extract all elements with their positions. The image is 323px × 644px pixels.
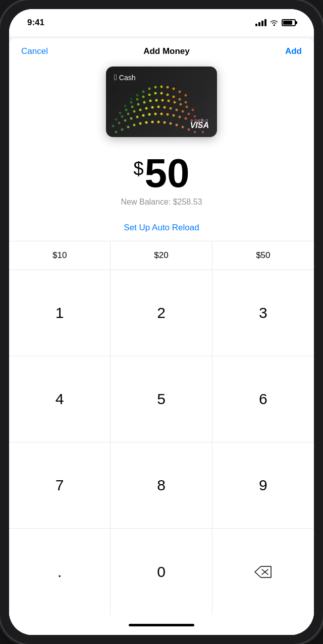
svg-point-68 <box>130 98 133 100</box>
apple-cash-card:  Cash DEBIT VISA <box>106 67 217 137</box>
svg-point-45 <box>125 109 128 111</box>
svg-point-25 <box>173 114 175 117</box>
key-2[interactable]: 2 <box>111 270 212 356</box>
svg-point-57 <box>124 105 127 107</box>
amount-display: $ 50 <box>21 153 302 194</box>
svg-point-67 <box>185 101 187 104</box>
auto-reload-section: Set Up Auto Reload <box>9 211 314 241</box>
svg-point-51 <box>162 99 164 102</box>
new-balance-label: New Balance: $258.53 <box>21 198 302 207</box>
svg-point-32 <box>127 113 130 115</box>
svg-point-8 <box>157 121 160 123</box>
svg-point-38 <box>164 106 166 109</box>
svg-point-73 <box>160 86 163 88</box>
svg-point-79 <box>202 131 204 134</box>
svg-point-1 <box>115 131 118 134</box>
svg-point-7 <box>151 121 154 123</box>
key-delete[interactable] <box>212 529 314 615</box>
key-5[interactable]: 5 <box>111 356 212 442</box>
add-button[interactable]: Add <box>285 46 302 56</box>
svg-point-53 <box>174 101 176 104</box>
quick-amount-20[interactable]: $20 <box>111 241 212 270</box>
svg-point-71 <box>148 88 151 90</box>
svg-point-75 <box>173 88 175 90</box>
svg-point-49 <box>149 100 152 102</box>
svg-point-66 <box>179 98 181 101</box>
key-1[interactable]: 1 <box>9 270 111 356</box>
key-decimal[interactable]: . <box>9 529 111 615</box>
svg-point-6 <box>145 121 148 124</box>
svg-point-35 <box>145 107 148 110</box>
svg-point-26 <box>179 116 181 118</box>
key-6[interactable]: 6 <box>212 356 314 442</box>
svg-point-33 <box>133 110 136 113</box>
svg-point-56 <box>192 109 194 111</box>
card-section:  Cash DEBIT VISA <box>9 62 314 145</box>
svg-point-36 <box>151 106 154 109</box>
key-4[interactable]: 4 <box>9 356 111 442</box>
svg-point-2 <box>121 128 124 131</box>
battery-icon <box>282 19 296 26</box>
svg-point-24 <box>167 113 169 116</box>
signal-icon <box>255 19 266 26</box>
svg-point-20 <box>142 114 145 117</box>
svg-point-55 <box>186 106 188 108</box>
svg-point-3 <box>127 126 130 128</box>
status-bar: 9:41 <box>9 9 314 36</box>
svg-point-77 <box>185 94 187 97</box>
currency-symbol: $ <box>133 158 143 179</box>
number-pad: 1 2 3 4 5 6 7 8 9 . 0 <box>9 270 314 615</box>
svg-point-64 <box>167 94 169 96</box>
svg-point-11 <box>176 124 178 126</box>
key-9[interactable]: 9 <box>212 442 314 529</box>
svg-point-46 <box>131 106 134 108</box>
svg-point-4 <box>133 124 136 126</box>
status-icons <box>255 19 296 26</box>
auto-reload-button[interactable]: Set Up Auto Reload <box>124 223 199 232</box>
key-8[interactable]: 8 <box>111 442 212 529</box>
svg-point-17 <box>124 119 127 122</box>
svg-point-10 <box>170 122 172 125</box>
key-3[interactable]: 3 <box>212 270 314 356</box>
svg-point-15 <box>112 125 115 127</box>
svg-point-74 <box>167 86 169 89</box>
svg-point-23 <box>160 113 163 115</box>
key-7[interactable]: 7 <box>9 442 111 529</box>
home-indicator <box>9 615 314 635</box>
svg-point-47 <box>137 103 140 106</box>
cancel-button[interactable]: Cancel <box>21 46 48 56</box>
svg-point-12 <box>182 126 184 128</box>
status-time: 9:41 <box>27 18 44 28</box>
svg-point-41 <box>182 110 184 113</box>
svg-point-18 <box>130 117 133 120</box>
svg-point-65 <box>173 96 175 98</box>
quick-amount-10[interactable]: $10 <box>9 241 111 270</box>
nav-bar: Cancel Add Money Add <box>9 38 314 62</box>
svg-point-50 <box>155 99 158 102</box>
svg-point-48 <box>143 101 146 104</box>
svg-point-62 <box>154 92 157 95</box>
svg-point-58 <box>130 101 133 104</box>
svg-point-44 <box>119 112 122 114</box>
amount-section: $ 50 New Balance: $258.53 <box>9 145 314 211</box>
wifi-icon <box>270 19 279 26</box>
svg-point-60 <box>142 96 145 98</box>
svg-point-31 <box>121 115 124 118</box>
svg-point-30 <box>115 118 118 121</box>
card-visa-label: VISA <box>190 121 209 130</box>
svg-point-43 <box>194 115 196 118</box>
phone-frame: 9:41 Cancel Add Mon <box>0 0 323 644</box>
key-0[interactable]: 0 <box>111 529 212 615</box>
svg-point-0 <box>274 25 275 26</box>
svg-point-5 <box>139 122 142 125</box>
svg-point-9 <box>164 121 166 124</box>
home-bar <box>129 624 194 626</box>
svg-point-69 <box>136 94 139 97</box>
amount-value: 50 <box>145 153 190 194</box>
keypad-section: $10 $20 $50 1 2 3 4 5 6 7 8 9 . 0 <box>9 241 314 615</box>
quick-amount-50[interactable]: $50 <box>212 241 314 270</box>
svg-point-22 <box>154 113 157 115</box>
card-label:  Cash <box>114 74 136 82</box>
svg-point-27 <box>185 117 187 120</box>
svg-point-54 <box>180 103 182 106</box>
